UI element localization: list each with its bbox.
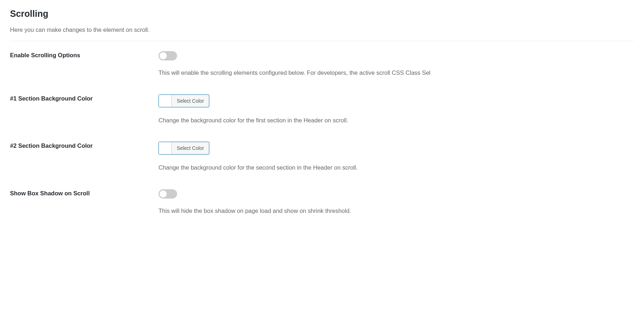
field-enable-scrolling: Enable Scrolling Options This will enabl…: [10, 51, 634, 77]
color-picker-section1[interactable]: Select Color: [158, 94, 209, 107]
field-help-section2-bg: Change the background color for the seco…: [158, 163, 634, 172]
field-control: Select Color Change the background color…: [158, 142, 634, 172]
field-box-shadow: Show Box Shadow on Scroll This will hide…: [10, 189, 634, 215]
color-picker-label: Select Color: [172, 142, 209, 154]
field-help-section1-bg: Change the background color for the firs…: [158, 116, 634, 125]
field-label-box-shadow: Show Box Shadow on Scroll: [10, 189, 158, 197]
field-help-box-shadow: This will hide the box shadow on page lo…: [158, 206, 634, 215]
field-label-section1-bg: #1 Section Background Color: [10, 94, 158, 102]
color-swatch: [159, 95, 172, 107]
toggle-box-shadow[interactable]: [158, 189, 177, 199]
field-control: This will enable the scrolling elements …: [158, 51, 634, 77]
field-label-enable-scrolling: Enable Scrolling Options: [10, 51, 158, 59]
field-control: This will hide the box shadow on page lo…: [158, 189, 634, 215]
field-section2-bg: #2 Section Background Color Select Color…: [10, 142, 634, 172]
color-picker-section2[interactable]: Select Color: [158, 142, 209, 155]
section-header: Scrolling Here you can make changes to t…: [10, 9, 634, 41]
section-title: Scrolling: [10, 9, 634, 19]
field-help-enable-scrolling: This will enable the scrolling elements …: [158, 68, 634, 77]
color-swatch: [159, 142, 172, 154]
field-label-section2-bg: #2 Section Background Color: [10, 142, 158, 149]
section-description: Here you can make changes to the element…: [10, 25, 634, 34]
toggle-enable-scrolling[interactable]: [158, 51, 177, 60]
field-section1-bg: #1 Section Background Color Select Color…: [10, 94, 634, 125]
toggle-knob: [160, 190, 167, 197]
toggle-knob: [160, 52, 167, 59]
field-control: Select Color Change the background color…: [158, 94, 634, 125]
color-picker-label: Select Color: [172, 95, 209, 107]
